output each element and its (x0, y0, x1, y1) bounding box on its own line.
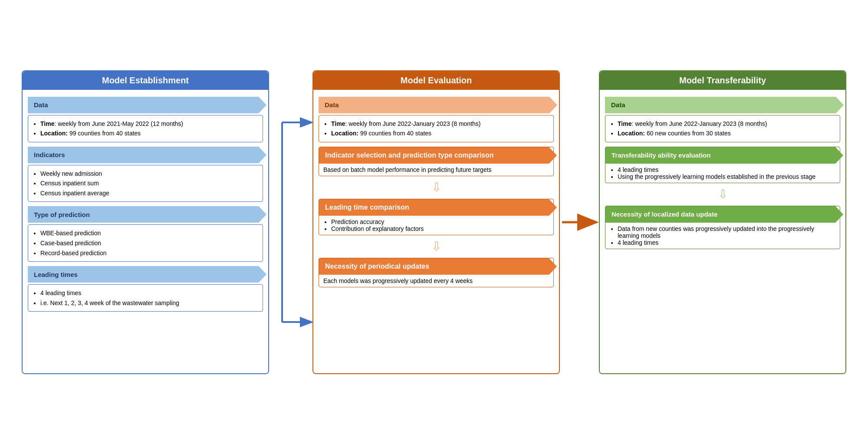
eval-indicator-section: Indicator selection and prediction type … (319, 147, 554, 176)
est-prediction-list: WBE-based prediction Case-based predicti… (33, 229, 258, 257)
est-pred-item-2: Case-based prediction (40, 239, 258, 248)
establishment-column: Model Establishment Data Time: weekly fr… (22, 70, 269, 374)
transferability-wrapper: Model Transferability Data Time: weekly … (599, 70, 846, 374)
eval-indicator-label: Indicator selection and prediction type … (319, 147, 549, 164)
est-prediction-label: Type of prediction (28, 206, 259, 223)
trans-necessity-body: Data from new counties was progressively… (605, 223, 840, 249)
est-lead-item-2: i.e. Next 1, 2, 3, 4 week of the wastewa… (40, 299, 258, 308)
est-leading-section: Leading times 4 leading times i.e. Next … (28, 266, 263, 312)
bracket-svg (269, 70, 312, 374)
eval-leading-body: Prediction accuracy Contribution of expl… (319, 216, 553, 235)
evaluation-header: Model Evaluation (313, 71, 559, 90)
transferability-header: Model Transferability (600, 71, 845, 90)
eval-lead-item-1: Prediction accuracy (331, 218, 549, 225)
establishment-wrapper: Model Establishment Data Time: weekly fr… (22, 70, 269, 374)
est-ind-item-3: Census inpatient average (40, 189, 258, 198)
est-leading-label: Leading times (28, 266, 259, 283)
eval-data-section: Data Time: weekly from June 2022-January… (319, 97, 554, 142)
left-connector (269, 70, 312, 374)
est-pred-item-3: Record-based prediction (40, 249, 258, 258)
evaluation-inner: Data Time: weekly from June 2022-January… (313, 92, 559, 373)
est-data-section: Data Time: weekly from June 2021-May 202… (28, 97, 263, 142)
trans-data-item-2: Location: 60 new counties from 30 states (618, 129, 835, 138)
trans-ability-body: 4 leading times Using the progressively … (605, 164, 840, 183)
eval-data-item-1: Time: weekly from June 2022-January 2023… (331, 120, 549, 128)
est-data-item-2: Location: 99 counties from 40 states (40, 129, 258, 138)
est-data-box: Time: weekly from June 2021-May 2022 (12… (28, 115, 263, 142)
establishment-header: Model Establishment (23, 71, 268, 90)
eval-necessity-label: Necessity of periodical updates (319, 258, 549, 275)
est-data-label: Data (28, 97, 259, 113)
est-ind-item-1: Weekly new admission (40, 170, 258, 178)
eval-leading-section: Leading time comparison Prediction accur… (319, 199, 554, 235)
evaluation-wrapper: Model Evaluation Data Time: weekly from … (312, 70, 560, 374)
trans-data-item-1: Time: weekly from June 2022-January 2023… (618, 120, 835, 128)
eval-data-box: Time: weekly from June 2022-January 2023… (319, 115, 554, 142)
est-prediction-box: WBE-based prediction Case-based predicti… (28, 224, 263, 262)
eval-leading-list: Prediction accuracy Contribution of expl… (323, 218, 549, 232)
trans-arrow-1: ⇩ (605, 188, 840, 201)
eval-leading-label: Leading time comparison (319, 199, 549, 216)
est-data-item-1: Time: weekly from June 2021-May 2022 (12… (40, 120, 258, 128)
trans-ability-label: Transferability ability evaluation (605, 147, 835, 164)
trans-data-label: Data (605, 97, 836, 113)
est-pred-item-1: WBE-based prediction (40, 229, 258, 238)
eval-indicator-body: Based on batch model performance in pred… (319, 164, 553, 176)
eval-data-list: Time: weekly from June 2022-January 2023… (323, 120, 549, 138)
evaluation-column: Model Evaluation Data Time: weekly from … (312, 70, 560, 374)
trans-ab-item-2: Using the progressively learning models … (618, 173, 835, 180)
transferability-inner: Data Time: weekly from June 2022-January… (600, 92, 845, 373)
eval-necessity-body: Each models was progressively updated ev… (319, 275, 553, 287)
trans-ability-list: 4 leading times Using the progressively … (610, 166, 835, 180)
establishment-inner: Data Time: weekly from June 2021-May 202… (23, 92, 268, 373)
eval-necessity-section: Necessity of periodical updates Each mod… (319, 258, 554, 287)
eval-arrow-2: ⇩ (319, 240, 554, 253)
trans-data-list: Time: weekly from June 2022-January 2023… (610, 120, 835, 138)
est-data-list: Time: weekly from June 2021-May 2022 (12… (33, 120, 258, 138)
trans-necessity-list: Data from new counties was progressively… (610, 225, 835, 246)
est-indicators-label: Indicators (28, 147, 259, 163)
eval-data-label: Data (319, 97, 549, 113)
trans-nec-item-2: 4 leading times (618, 239, 835, 246)
trans-necessity-label: Necessity of localized data update (605, 206, 835, 223)
eval-arrow-1: ⇩ (319, 181, 554, 194)
transferability-column: Model Transferability Data Time: weekly … (599, 70, 846, 374)
est-indicators-box: Weekly new admission Census inpatient su… (28, 165, 263, 202)
trans-data-box: Time: weekly from June 2022-January 2023… (605, 115, 840, 142)
est-lead-item-1: 4 leading times (40, 289, 258, 298)
trans-ab-item-1: 4 leading times (618, 166, 835, 173)
est-leading-list: 4 leading times i.e. Next 1, 2, 3, 4 wee… (33, 289, 258, 307)
trans-nec-item-1: Data from new counties was progressively… (618, 225, 835, 239)
est-ind-item-2: Census inpatient sum (40, 179, 258, 188)
est-indicators-list: Weekly new admission Census inpatient su… (33, 170, 258, 198)
right-connector (560, 70, 599, 374)
est-leading-box: 4 leading times i.e. Next 1, 2, 3, 4 wee… (28, 284, 263, 312)
diagram: Model Establishment Data Time: weekly fr… (22, 70, 846, 374)
trans-necessity-section: Necessity of localized data update Data … (605, 206, 840, 249)
right-arrow-svg (560, 70, 599, 374)
trans-ability-section: Transferability ability evaluation 4 lea… (605, 147, 840, 183)
est-prediction-section: Type of prediction WBE-based prediction … (28, 206, 263, 262)
eval-data-item-2: Location: 99 counties from 40 states (331, 129, 549, 138)
eval-lead-item-2: Contribution of explanatory factors (331, 225, 549, 232)
trans-data-section: Data Time: weekly from June 2022-January… (605, 97, 840, 142)
est-indicators-section: Indicators Weekly new admission Census i… (28, 147, 263, 202)
